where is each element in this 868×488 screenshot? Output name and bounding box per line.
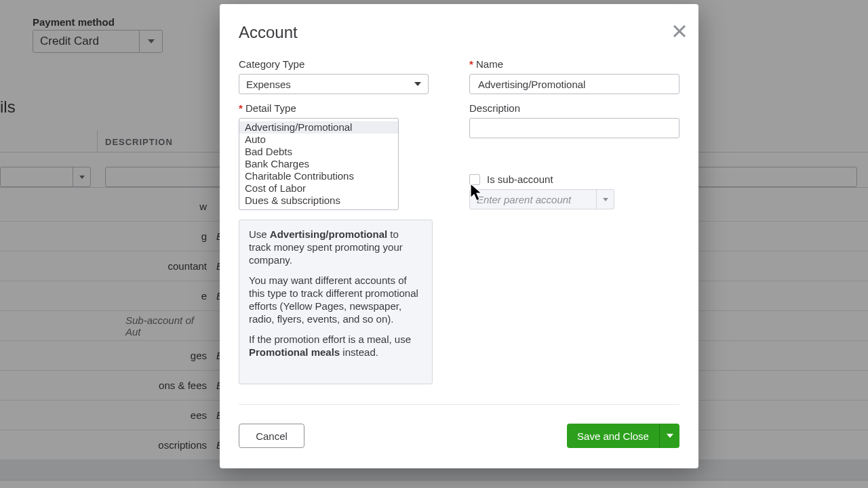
cancel-button[interactable]: Cancel (239, 424, 304, 448)
detail-type-option[interactable]: Advertising/Promotional (239, 121, 398, 134)
category-type-value: Expenses (246, 79, 291, 90)
is-sub-account-label: Is sub-account (487, 174, 553, 185)
save-button-group: Save and Close (567, 424, 679, 448)
parent-account-caret-button[interactable] (596, 190, 614, 209)
chevron-down-icon (603, 198, 608, 201)
detail-type-option[interactable]: Bad Debts (239, 146, 398, 158)
name-label: Name (469, 58, 679, 70)
chevron-down-icon (667, 434, 673, 438)
modal-title: Account (239, 23, 679, 42)
detail-type-label: Detail Type (239, 102, 449, 114)
save-and-close-button[interactable]: Save and Close (567, 424, 659, 448)
detail-type-option[interactable]: Charitable Contributions (239, 170, 398, 182)
detail-type-listbox[interactable]: Advertising/PromotionalAutoBad DebtsBank… (239, 118, 399, 210)
detail-type-option[interactable]: Cost of Labor (239, 182, 398, 195)
name-input[interactable] (477, 75, 672, 94)
detail-type-hint: Use Advertising/promotional to track mon… (239, 220, 433, 384)
description-input[interactable] (477, 119, 672, 138)
left-column: Category Type Expenses Detail Type Adver… (239, 58, 449, 384)
account-modal: Account Category Type Expenses Detail Ty… (220, 4, 698, 468)
detail-type-option[interactable]: Dues & subscriptions (239, 195, 398, 207)
divider (239, 404, 679, 405)
name-field[interactable] (469, 74, 679, 94)
close-button[interactable] (671, 23, 688, 39)
description-field[interactable] (469, 118, 679, 138)
right-column: Name Description Is sub-account Enter pa… (469, 58, 679, 384)
save-split-button[interactable] (659, 424, 679, 448)
chevron-down-icon (414, 82, 421, 86)
parent-account-placeholder: Enter parent account (477, 194, 571, 205)
description-label: Description (469, 102, 679, 114)
detail-type-option[interactable]: Auto (239, 134, 398, 146)
detail-type-option[interactable]: Bank Charges (239, 158, 398, 170)
parent-account-select[interactable]: Enter parent account (469, 189, 614, 209)
is-sub-account-checkbox[interactable] (469, 174, 480, 185)
close-icon (671, 23, 688, 39)
category-type-label: Category Type (239, 58, 449, 70)
category-type-select[interactable]: Expenses (239, 74, 429, 94)
